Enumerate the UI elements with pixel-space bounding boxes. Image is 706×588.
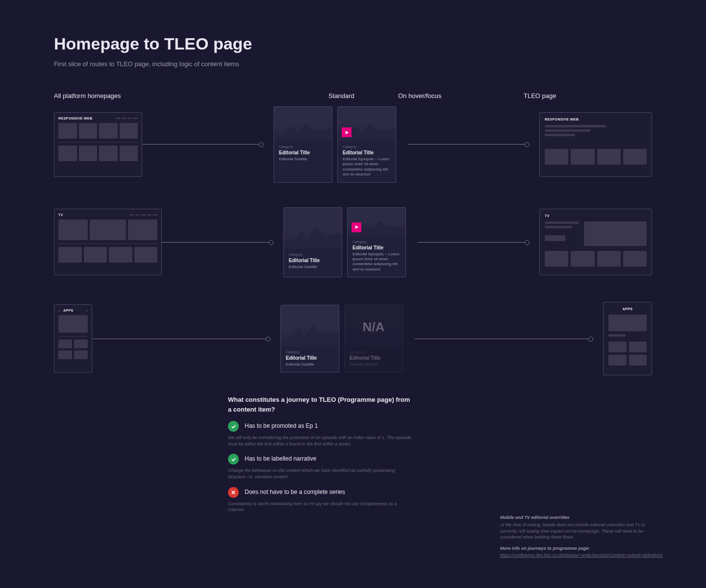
content-card-na: Category Editorial Title Editorial Subti…: [344, 305, 403, 372]
svg-marker-2: [345, 130, 348, 134]
col-label-hover: On hover/focus: [393, 92, 509, 99]
svg-marker-6: [281, 325, 339, 346]
play-icon[interactable]: [352, 222, 361, 232]
col-label-homepages: All platform homepages: [54, 92, 196, 99]
footnote-link[interactable]: https://confluence.dev.bbc.co.uk/display…: [500, 553, 663, 558]
card-title: Editorial Title: [343, 150, 391, 155]
na-label: N/A: [345, 305, 403, 372]
platform-label: RESPONSIVE WEB: [58, 117, 92, 120]
tleo-wireframe-apps: APPS: [603, 302, 652, 375]
svg-marker-5: [355, 225, 358, 229]
row-tv: TV Category Editorial Title Editorial Su…: [54, 207, 652, 278]
footnotes: Mobile and TV editorial overrides At the…: [500, 514, 652, 559]
card-title: Editorial Title: [279, 150, 327, 155]
rule-text: Does not have to be a complete series: [245, 487, 345, 495]
col-label-tleo: TLEO page: [509, 92, 636, 99]
content-card-hover: Category Editorial Title Editorial Synop…: [347, 207, 406, 278]
card-title: Editorial Title: [353, 245, 401, 250]
card-category: Category: [353, 240, 401, 244]
svg-marker-3: [284, 227, 342, 248]
platform-label: TV: [545, 214, 647, 218]
rule-note: Change the behaviour on the content whic…: [228, 467, 414, 480]
rules-heading: What constitutes a journey to TLEO (Prog…: [228, 395, 414, 414]
col-label-standard: Standard: [328, 92, 393, 99]
rule-text: Has to be promoted as Ep 1: [245, 421, 318, 429]
card-title: Editorial Title: [286, 355, 334, 361]
rules-section: What constitutes a journey to TLEO (Prog…: [228, 395, 414, 513]
platform-label: RESPONSIVE WEB: [545, 118, 647, 121]
card-category: Category: [289, 253, 337, 256]
platform-label: TV: [58, 213, 63, 217]
content-card-standard: Category Editorial Title Editorial Subti…: [283, 207, 342, 278]
footnote-title: Mobile and TV editorial overrides: [500, 514, 652, 521]
tleo-wireframe-tv: TV: [539, 209, 652, 275]
platform-label: APPS: [608, 307, 647, 311]
card-synopsis: Editorial Synopsis – Lorem ipsum dolor s…: [353, 252, 401, 272]
homepage-wireframe-apps: APPS: [54, 304, 92, 373]
rule-note: We will only be considering the promotio…: [228, 435, 414, 447]
platform-label: APPS: [63, 309, 74, 312]
page-subtitle: First slice of routes to TLEO page, incl…: [54, 60, 652, 68]
homepage-wireframe-web: RESPONSIVE WEB: [54, 112, 142, 177]
card-subtitle: Editorial Subtitle: [289, 265, 337, 270]
homepage-wireframe-tv: TV: [54, 209, 162, 275]
card-title: Editorial Title: [289, 258, 337, 263]
card-category: Category: [343, 145, 391, 148]
card-category: Category: [286, 350, 334, 354]
card-synopsis: Editorial Synopsis – Lorem ipsum dolor s…: [343, 157, 391, 177]
page-title: Homepage to TLEO page: [54, 34, 652, 53]
check-icon: [228, 421, 239, 432]
check-icon: [228, 454, 239, 465]
card-category: Category: [279, 145, 327, 148]
footnote-title: More info on journeys to programme page:: [500, 545, 652, 552]
tleo-wireframe-web: RESPONSIVE WEB: [539, 112, 652, 177]
content-card-standard: Category Editorial Title Editorial Subti…: [274, 106, 332, 183]
row-web: RESPONSIVE WEB Category Editorial Title …: [54, 106, 652, 183]
card-subtitle: Editorial Subtitle: [279, 157, 327, 162]
rule-note: Consistency is worth maintaining here so…: [228, 501, 414, 513]
row-apps: APPS Category Editorial Title Editorial …: [54, 302, 652, 375]
play-icon[interactable]: [342, 127, 352, 137]
svg-marker-0: [274, 123, 332, 141]
cross-icon: [228, 487, 239, 498]
card-subtitle: Editorial Subtitle: [286, 362, 334, 367]
rule-text: Has to be labelled narrative: [245, 454, 316, 462]
content-card-hover: Category Editorial Title Editorial Synop…: [337, 106, 396, 183]
footnote-body: At the time of writing, Mobile does not …: [500, 522, 652, 540]
content-card-standard: Category Editorial Title Editorial Subti…: [280, 305, 339, 372]
